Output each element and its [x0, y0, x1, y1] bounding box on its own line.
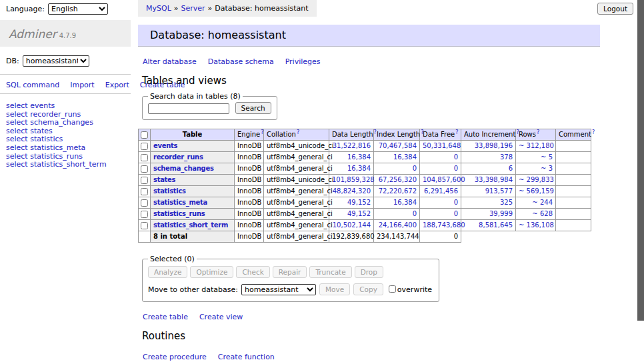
data-free-value-link[interactable]: 104,857,600	[423, 176, 465, 183]
data-free-value-link[interactable]: 0	[454, 210, 458, 217]
index-length-value-link[interactable]: 16,384	[393, 199, 417, 206]
sidebar-link-export[interactable]: Export	[105, 81, 129, 89]
row-checkbox[interactable]	[141, 222, 148, 229]
search-button[interactable]: Search	[235, 102, 271, 114]
search-input[interactable]	[148, 103, 229, 114]
privileges-link[interactable]: Privileges	[285, 57, 321, 66]
scrollbar-thumb[interactable]	[637, 0, 644, 321]
create-view-link[interactable]: Create view	[199, 313, 243, 321]
language-select[interactable]: English	[48, 3, 108, 15]
move-database-select[interactable]: homeassistant	[241, 284, 316, 295]
data-length-value-link[interactable]: 48,824,320	[333, 187, 371, 195]
table-name-link[interactable]: statistics_runs	[153, 210, 205, 217]
column-help-link[interactable]: ?	[261, 129, 263, 135]
column-help-link[interactable]: ?	[297, 129, 299, 135]
logout-button[interactable]: Logout	[597, 3, 633, 15]
column-help-link[interactable]: ?	[455, 129, 458, 135]
index-length-value-link[interactable]: 0	[413, 165, 417, 172]
alter-database-link[interactable]: Alter database	[143, 57, 197, 66]
data-free-value-link[interactable]: 0	[454, 153, 458, 161]
index-length-value-link[interactable]: 72,220,672	[379, 187, 417, 195]
rows-value-link[interactable]: ~ 299,833	[519, 176, 554, 183]
index-length-value-link[interactable]: 70,467,584	[379, 142, 417, 149]
column-help-link[interactable]: ?	[537, 129, 539, 135]
table-name-link[interactable]: recorder_runs	[153, 153, 203, 161]
column-help-link[interactable]: ?	[592, 129, 595, 135]
table-name-link[interactable]: events	[153, 142, 177, 149]
breadcrumb-link-server[interactable]: Server	[181, 4, 205, 13]
row-checkbox[interactable]	[141, 165, 148, 173]
repair-button[interactable]: Repair	[273, 266, 307, 278]
auto-increment-value-link[interactable]: 33,398,984	[475, 176, 513, 183]
auto-increment-value-link[interactable]: 39,999	[489, 210, 513, 217]
adminer-logo[interactable]: Adminer	[9, 27, 57, 41]
rows-value-link[interactable]: ~ 3	[541, 165, 553, 172]
drop-button[interactable]: Drop	[355, 266, 383, 278]
sidebar-item-select-schema-changes[interactable]: select schema_changes	[6, 119, 125, 127]
analyze-button[interactable]: Analyze	[148, 266, 187, 278]
data-length-value-link[interactable]: 49,152	[347, 199, 371, 206]
rows-value-link[interactable]: ~ 5	[541, 153, 553, 161]
row-checkbox[interactable]	[141, 154, 148, 161]
data-free-value-link[interactable]: 50,331,648	[423, 142, 461, 149]
database-schema-link[interactable]: Database schema	[208, 57, 274, 66]
comment-cell	[556, 175, 591, 186]
index-length-value-link[interactable]: 0	[413, 210, 417, 217]
overwrite-checkbox[interactable]	[389, 285, 396, 293]
copy-button[interactable]: Copy	[353, 283, 383, 295]
data-length-value-link[interactable]: 31,522,816	[333, 142, 371, 149]
data-length-value-link[interactable]: 101,859,328	[332, 176, 375, 183]
create-procedure-link[interactable]: Create procedure	[143, 353, 207, 361]
data-length-value-link[interactable]: 16,384	[347, 165, 371, 172]
database-links: Alter databaseDatabase schemaPrivileges	[143, 57, 600, 66]
create-table-link[interactable]: Create table	[143, 313, 188, 321]
rows-value-link[interactable]: ~ 244	[532, 199, 553, 206]
table-name-cell: events	[151, 141, 235, 152]
sidebar-link-sql-command[interactable]: SQL command	[6, 81, 59, 89]
auto-increment-value-link[interactable]: 8,581,645	[479, 221, 513, 229]
check-button[interactable]: Check	[236, 266, 269, 278]
row-checkbox[interactable]	[141, 177, 148, 184]
auto-increment-value-link[interactable]: 378	[500, 153, 513, 161]
table-name-link[interactable]: schema_changes	[153, 165, 214, 172]
sidebar-item-select-statistics-short-term[interactable]: select statistics_short_term	[6, 161, 125, 169]
move-button[interactable]: Move	[319, 283, 350, 295]
sidebar-item-select-statistics-meta[interactable]: select statistics_meta	[6, 144, 125, 153]
column-header-engine: Engine?	[235, 129, 264, 141]
auto-increment-value-link[interactable]: 6	[509, 165, 513, 172]
sidebar-link-import[interactable]: Import	[70, 81, 95, 89]
data-length-value-link[interactable]: 49,152	[347, 210, 371, 217]
truncate-button[interactable]: Truncate	[309, 266, 351, 278]
rows-value-link[interactable]: ~ 136,108	[519, 221, 554, 229]
index-length-value-link[interactable]: 16,384	[393, 153, 417, 161]
breadcrumb-link-mysql[interactable]: MySQL	[146, 4, 171, 13]
table-name-link[interactable]: statistics_short_term	[153, 221, 228, 229]
db-select[interactable]: homeassistant	[23, 55, 89, 67]
auto-increment-value-link[interactable]: 325	[500, 199, 513, 206]
auto-increment-value-link[interactable]: 33,898,196	[475, 142, 513, 149]
row-checkbox[interactable]	[141, 211, 148, 218]
data-length-value-link[interactable]: 10,502,144	[333, 221, 371, 229]
data-length-value-link[interactable]: 16,384	[347, 153, 371, 161]
row-checkbox[interactable]	[141, 143, 148, 150]
create-function-link[interactable]: Create function	[218, 353, 275, 361]
row-checkbox[interactable]	[141, 199, 148, 207]
auto-increment-value-link[interactable]: 913,577	[485, 187, 513, 195]
data-free-value-link[interactable]: 0	[454, 165, 458, 172]
row-checkbox[interactable]	[141, 188, 148, 195]
data-free-value-link[interactable]: 188,743,680	[423, 221, 465, 229]
rows-value-link[interactable]: ~ 569,159	[519, 187, 554, 195]
rows-value-link[interactable]: ~ 628	[532, 210, 553, 217]
select-all-checkbox[interactable]	[141, 131, 148, 139]
index-length-value-link[interactable]: 67,256,320	[379, 176, 417, 183]
optimize-button[interactable]: Optimize	[190, 266, 233, 278]
table-name-link[interactable]: statistics	[153, 187, 186, 195]
sidebar-item-select-events[interactable]: select events	[6, 102, 125, 111]
column-header-collation: Collation?	[264, 129, 329, 141]
rows-value-link[interactable]: ~ 312,180	[519, 142, 554, 149]
index-length-value-link[interactable]: 24,166,400	[379, 221, 417, 229]
data-free-value-link[interactable]: 0	[454, 199, 458, 206]
data-free-value-link[interactable]: 6,291,456	[424, 187, 458, 195]
table-name-link[interactable]: statistics_meta	[153, 199, 207, 206]
table-name-link[interactable]: states	[153, 176, 175, 183]
